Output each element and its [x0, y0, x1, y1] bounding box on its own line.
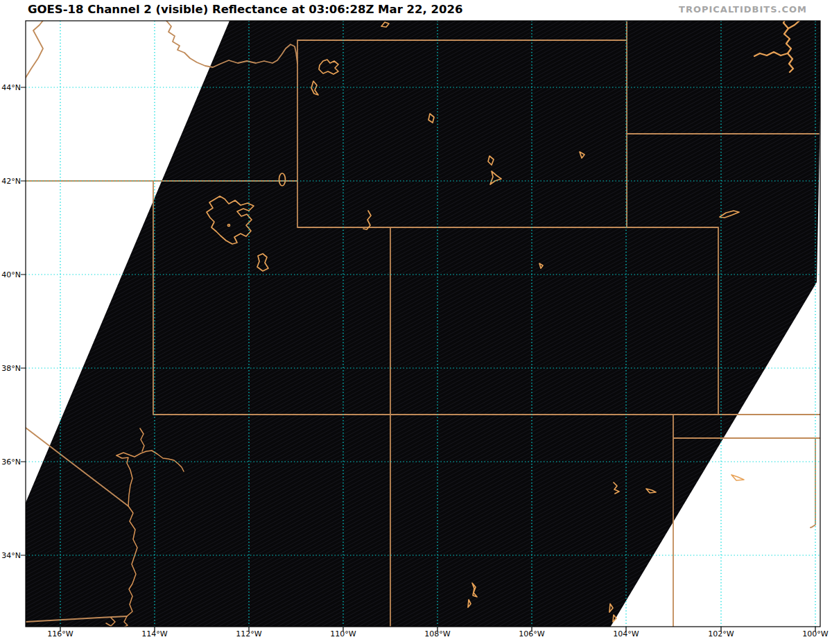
satellite-data-region [26, 21, 821, 627]
lat-tick-label: 36°N [0, 458, 21, 467]
lon-tick-label: 106°W [519, 629, 544, 638]
lon-tick-label: 116°W [47, 629, 73, 638]
lat-tick-label: 42°N [0, 177, 21, 186]
satellite-map-page: GOES-18 Channel 2 (visible) Reflectance … [0, 0, 832, 644]
latitude-tick-marks [21, 87, 26, 555]
snake-river-border [26, 19, 44, 78]
map-canvas [0, 0, 832, 644]
lon-tick-label: 102°W [708, 629, 734, 638]
lat-tick-label: 34°N [0, 551, 21, 560]
lat-tick-label: 44°N [0, 83, 21, 92]
lon-tick-label: 112°W [236, 629, 261, 638]
lon-tick-label: 108°W [424, 629, 450, 638]
lon-tick-label: 110°W [330, 629, 356, 638]
lake-meredith [731, 475, 744, 480]
lon-tick-label: 114°W [141, 629, 167, 638]
lat-tick-label: 40°N [0, 270, 21, 279]
lon-tick-label: 100°W [802, 629, 828, 638]
night-black-sector [26, 21, 821, 627]
lat-tick-label: 38°N [0, 364, 21, 373]
lon-tick-label: 104°W [613, 629, 639, 638]
